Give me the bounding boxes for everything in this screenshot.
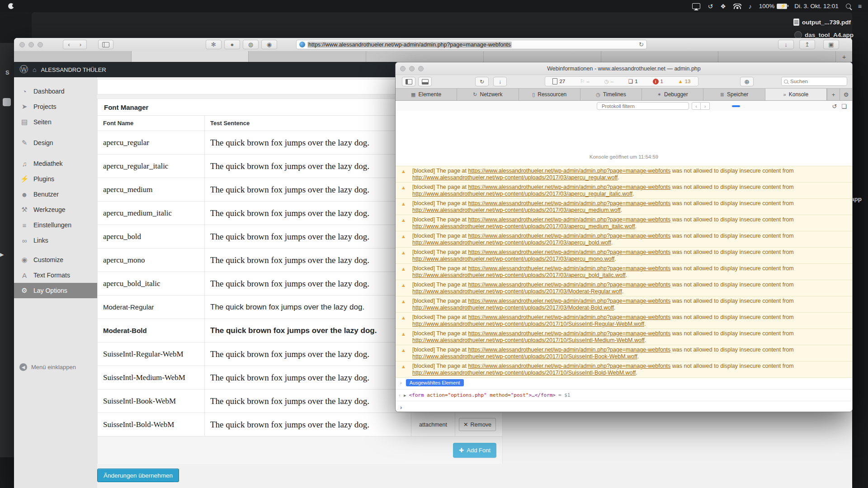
page-url-link[interactable]: https://www.alessandrothueler.net/wp-adm…	[468, 216, 670, 223]
sidebar-item-customize[interactable]: ◉ Customize	[14, 252, 97, 267]
sidebar-submenu-item[interactable]	[14, 326, 97, 331]
sidebar-toggle-button[interactable]	[98, 40, 113, 49]
wifi-icon[interactable]	[733, 4, 741, 9]
blocked-file-link[interactable]: http://www.alessandrothueler.net/wp-cont…	[412, 191, 632, 197]
page-url-link[interactable]: https://www.alessandrothueler.net/wp-adm…	[468, 347, 670, 353]
wordpress-logo-icon[interactable]: Ⓦ	[19, 64, 28, 75]
disclosure-icon[interactable]: ›	[400, 380, 402, 385]
blocked-file-link[interactable]: http://www.alessandrothueler.net/wp-cont…	[412, 272, 626, 278]
element-picker-button[interactable]: ⊕	[740, 77, 754, 86]
notification-center-icon[interactable]: ≡	[858, 3, 862, 9]
sidebar-item-seiten[interactable]: ▤ Seiten	[14, 114, 97, 130]
blocked-file-link[interactable]: http://www.alessandrothueler.net/wp-cont…	[412, 288, 622, 295]
tab-overview-button[interactable]: ▣	[823, 40, 839, 49]
tab-konsole[interactable]: » Konsole	[765, 89, 827, 100]
inspector-settings-icon[interactable]: ⚙	[840, 89, 852, 100]
sidebar-item-mediathek[interactable]: ♫ Mediathek	[14, 156, 97, 171]
tab-ressourcen[interactable]: ▯ Ressourcen	[519, 89, 580, 100]
browser-tab[interactable]	[14, 51, 132, 62]
close-window-button[interactable]	[19, 42, 25, 47]
page-url-link[interactable]: https://www.alessandrothueler.net/wp-adm…	[468, 265, 670, 272]
browser-tab[interactable]	[366, 51, 484, 62]
filter-scope-button[interactable]	[712, 105, 716, 107]
add-tab-button[interactable]: +	[827, 89, 840, 100]
reload-icon[interactable]: ↻	[639, 41, 644, 48]
sidebar-item-plugins[interactable]: ⚡ Plugins	[14, 171, 97, 187]
zoom-window-button[interactable]	[38, 42, 43, 47]
zoom-window-button[interactable]	[418, 66, 424, 71]
bluetooth-icon[interactable]: ❖	[720, 3, 726, 9]
page-url-link[interactable]: https://www.alessandrothueler.net/wp-adm…	[468, 200, 670, 206]
extension-claw-button[interactable]: ✻	[206, 40, 222, 49]
indicator[interactable]: 27	[552, 78, 565, 84]
sidebar-submenu-item[interactable]	[14, 306, 97, 311]
sidebar-item-lay-options[interactable]: ⚙ Lay Options	[14, 283, 97, 298]
sidebar-submenu-item[interactable]	[14, 316, 97, 321]
url-text[interactable]: https://www.alessandrothueler.net/wp-adm…	[307, 42, 512, 48]
indicator[interactable]: ⚐ –	[580, 78, 590, 84]
browser-tab[interactable]	[601, 51, 719, 62]
page-url-link[interactable]: https://www.alessandrothueler.net/wp-adm…	[468, 249, 670, 255]
dock-bottom-button[interactable]	[418, 77, 432, 86]
tab-speicher[interactable]: ≣ Speicher	[703, 89, 765, 100]
time-machine-icon[interactable]: ↺	[708, 3, 713, 9]
tab-debugger[interactable]: ✶ Debugger	[642, 89, 703, 100]
collapse-menu-button[interactable]: ◀ Menü einklappen	[14, 359, 97, 375]
sidebar-item-benutzer[interactable]: ☻ Benutzer	[14, 187, 97, 202]
extension-badge-button[interactable]: ◉	[261, 40, 277, 49]
minimize-window-button[interactable]	[409, 66, 415, 71]
browser-tab[interactable]	[718, 51, 836, 62]
browser-tab[interactable]	[249, 51, 366, 62]
sidebar-item-projects[interactable]: ➤ Projects	[14, 99, 97, 114]
clear-console-icon[interactable]: ↺	[832, 103, 837, 110]
log-filter-input[interactable]	[601, 103, 686, 109]
sidebar-submenu-item[interactable]	[14, 331, 97, 336]
back-button[interactable]: ‹	[63, 40, 75, 49]
previous-result-button[interactable]: ‹	[692, 102, 701, 110]
expand-icon[interactable]: ▶	[404, 393, 406, 398]
spotlight-icon[interactable]	[846, 4, 851, 9]
sidebar-item-design[interactable]: ✎ Design	[14, 135, 97, 150]
blocked-file-link[interactable]: http://www.alessandrothueler.net/wp-cont…	[412, 321, 644, 327]
sidebar-submenu-item[interactable]	[14, 341, 97, 346]
browser-tab[interactable]	[484, 51, 601, 62]
blocked-file-link[interactable]: http://www.alessandrothueler.net/wp-cont…	[412, 337, 645, 343]
airplay-icon[interactable]	[692, 3, 700, 9]
page-url-link[interactable]: https://www.alessandrothueler.net/wp-adm…	[468, 330, 670, 337]
wp-site-name[interactable]: ALESSANDRO THÜLER	[41, 66, 106, 73]
forward-button[interactable]: ›	[75, 40, 87, 49]
sidebar-item-text-formats[interactable]: A Text Formats	[14, 267, 97, 283]
blocked-file-link[interactable]: http://www.alessandrothueler.net/wp-cont…	[412, 174, 618, 181]
dock-side-button[interactable]	[402, 77, 415, 86]
page-url-link[interactable]: https://www.alessandrothueler.net/wp-adm…	[468, 233, 670, 239]
downloads-button[interactable]: ↓	[778, 40, 794, 49]
download-page-button[interactable]: ↓	[493, 77, 507, 86]
sidebar-submenu-item[interactable]	[14, 321, 97, 326]
remove-font-button[interactable]: ✕Remove	[459, 418, 496, 431]
volume-icon[interactable]: ♪	[749, 3, 752, 9]
menubar-clock[interactable]: Di. 3. Okt. 12:01	[794, 3, 839, 9]
blocked-file-link[interactable]: http://www.alessandrothueler.net/wp-cont…	[412, 239, 611, 246]
page-url-link[interactable]: https://www.alessandrothueler.net/wp-adm…	[468, 184, 670, 190]
selected-element-badge[interactable]: Ausgewähltes Element	[406, 379, 464, 386]
indicator[interactable]: ❑ 1	[628, 78, 638, 84]
sidebar-submenu-item[interactable]	[14, 346, 97, 351]
blocked-file-link[interactable]: http://www.alessandrothueler.net/wp-cont…	[412, 305, 614, 311]
sidebar-submenu-item[interactable]	[14, 336, 97, 341]
sidebar-submenu-item[interactable]	[14, 311, 97, 316]
desktop-file-pdf[interactable]: output_...739.pdf	[793, 19, 851, 26]
extension-ring-button[interactable]: ◍	[243, 40, 259, 49]
new-tab-button[interactable]: +	[836, 51, 852, 62]
console-prompt[interactable]: ›	[396, 403, 852, 412]
sidebar-item-einstellungen[interactable]: ≡ Einstellungen	[14, 217, 97, 233]
blocked-file-link[interactable]: http://www.alessandrothueler.net/wp-cont…	[412, 256, 614, 262]
page-url-link[interactable]: https://www.alessandrothueler.net/wp-adm…	[468, 282, 670, 288]
sidebar-item-links[interactable]: ∞ Links	[14, 233, 97, 248]
page-url-link[interactable]: https://www.alessandrothueler.net/wp-adm…	[468, 298, 670, 304]
log-filter-field[interactable]	[597, 102, 689, 110]
indicator[interactable]: ! 1	[653, 79, 663, 84]
page-url-link[interactable]: https://www.alessandrothueler.net/wp-adm…	[468, 168, 670, 174]
indicator[interactable]: ▲ 13	[678, 79, 691, 84]
inspector-search-field[interactable]	[781, 77, 847, 86]
tab-elemente[interactable]: ▦ Elemente	[396, 89, 457, 100]
